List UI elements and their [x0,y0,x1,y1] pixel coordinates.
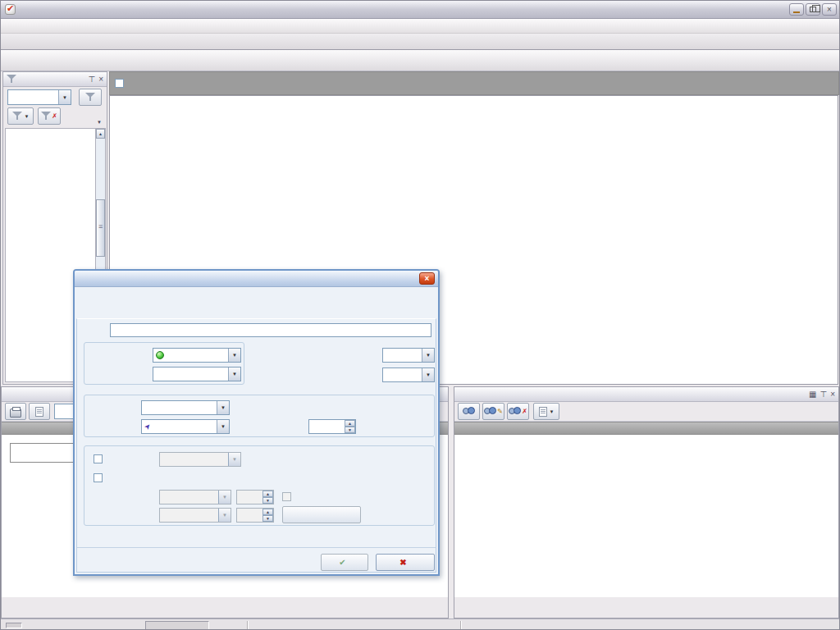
print-preview-button[interactable] [29,403,50,420]
status-grip [6,623,22,628]
draft-status-icon: ➤ [143,422,153,431]
datetime-checkbox[interactable] [94,473,103,482]
filter-funnel-icon [7,75,16,84]
more-filters-icon[interactable]: ▼ [97,120,102,125]
resource-assignment-panel: ▦ ⊤ × ✎ ✗ ▼ [454,386,839,619]
ok-button[interactable]: ✔ [321,554,368,571]
due-date-combobox[interactable]: ▼ [159,452,241,467]
app-window: × ⊤ × ▼ ▼ ✗ ▼ ▲ [0,0,840,630]
resource-table [454,435,838,597]
assign-resource-button[interactable] [458,403,480,420]
scrollbar-thumb[interactable] [96,199,105,257]
x-icon: ✖ [399,558,406,567]
task-group-combobox[interactable]: ▼ [153,367,241,381]
page-icon [35,407,43,417]
cancel-button[interactable]: ✖ [376,554,435,571]
list-icon [539,407,547,417]
current-filter-bar [109,71,839,95]
people-icon [463,407,475,416]
resource-task-caption [454,422,838,435]
status-bar [1,619,840,630]
print-button[interactable] [5,403,26,420]
pin-icon[interactable]: ⊤ [819,390,827,399]
people-icon [484,407,496,416]
start-time-spinner[interactable]: ▲▼ [236,490,274,504]
actual-time-combobox[interactable]: ▼ [382,368,435,382]
current-filter-checkbox[interactable] [115,79,124,88]
close-panel-icon[interactable]: × [830,390,835,399]
workflow-combobox[interactable]: ▼ [141,400,230,415]
remove-resource-button[interactable]: ✗ [507,403,529,420]
check-icon: ✔ [339,558,345,567]
filter-preset-combobox[interactable]: ▼ [7,89,71,105]
scroll-up-icon[interactable]: ▲ [96,129,105,139]
app-icon [5,4,16,15]
pin-icon[interactable]: ⊤ [88,75,95,84]
clear-filter-button[interactable]: ✗ [38,107,61,125]
window-mode-icon[interactable]: ▦ [809,390,816,399]
edit-resource-button[interactable]: ✎ [482,403,504,420]
start-date-combobox[interactable]: ▼ [159,490,231,504]
chevron-down-icon[interactable]: ▼ [58,90,71,104]
estimated-time-combobox[interactable]: ▼ [382,348,435,363]
progress-indicator [145,621,209,630]
complete-spinner[interactable]: ▲▼ [308,419,356,434]
close-button[interactable]: × [822,3,837,16]
dialog-body: ▼ ▼ ▼ ▼ ▼ ➤ ▼ [76,318,436,573]
menu-bar [1,19,840,34]
restore-button[interactable] [806,3,820,16]
apply-filter-button[interactable] [79,89,102,106]
view-tabs [1,34,840,50]
title-bar: × [1,1,840,19]
all-day-checkbox[interactable] [282,492,291,501]
close-panel-icon[interactable]: × [98,75,103,84]
task-name-input[interactable] [110,323,431,337]
resource-list-button[interactable]: ▼ [533,403,559,420]
priority-combobox[interactable]: ▼ [153,348,241,363]
main-toolbar [1,50,840,71]
dialog-title-bar: × [75,271,438,287]
finish-time-spinner[interactable]: ▲▼ [236,508,274,523]
dialog-close-button[interactable]: × [419,272,435,285]
save-filter-button[interactable]: ▼ [7,107,34,125]
printer-icon [10,409,21,418]
minimize-button[interactable] [789,3,804,16]
due-date-checkbox[interactable] [94,454,103,463]
status-combobox[interactable]: ➤ ▼ [141,419,230,434]
people-icon [509,407,521,416]
finish-date-combobox[interactable]: ▼ [159,508,231,523]
recurrence-button[interactable] [282,506,361,523]
priority-normal-icon [156,351,164,359]
edit-task-dialog: × ▼ ▼ ▼ [73,269,440,576]
